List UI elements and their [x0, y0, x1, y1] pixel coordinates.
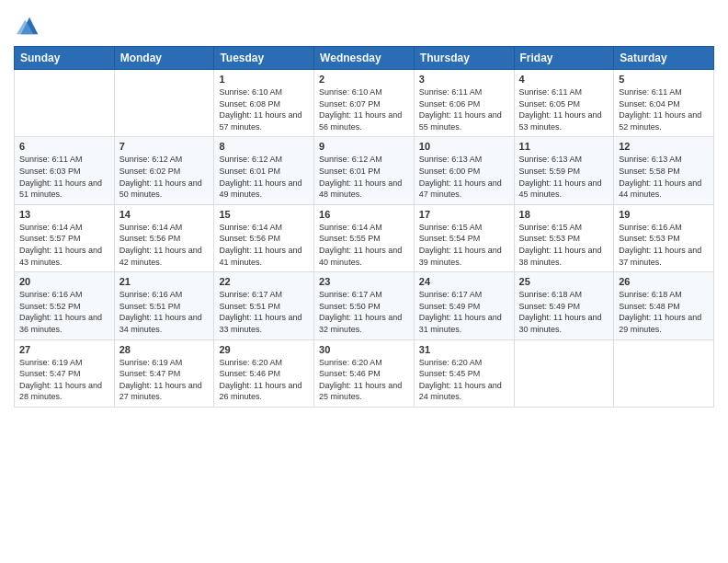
calendar-cell: 30Sunrise: 6:20 AMSunset: 5:46 PMDayligh… [314, 339, 415, 407]
calendar-cell: 8Sunrise: 6:12 AMSunset: 6:01 PMDaylight… [214, 137, 314, 204]
day-number: 27 [19, 344, 109, 355]
calendar-cell: 12Sunrise: 6:13 AMSunset: 5:58 PMDayligh… [614, 137, 714, 204]
calendar: SundayMondayTuesdayWednesdayThursdayFrid… [14, 46, 714, 408]
day-info: Sunrise: 6:18 AMSunset: 5:48 PMDaylight:… [619, 289, 709, 335]
day-info: Sunrise: 6:15 AMSunset: 5:54 PMDaylight:… [419, 222, 509, 268]
calendar-cell: 23Sunrise: 6:17 AMSunset: 5:50 PMDayligh… [314, 272, 415, 339]
day-info: Sunrise: 6:12 AMSunset: 6:01 PMDaylight:… [319, 154, 409, 200]
weekday-header-tuesday: Tuesday [214, 47, 314, 70]
day-info: Sunrise: 6:20 AMSunset: 5:46 PMDaylight:… [319, 357, 409, 403]
calendar-cell: 21Sunrise: 6:16 AMSunset: 5:51 PMDayligh… [114, 272, 214, 339]
calendar-cell: 22Sunrise: 6:17 AMSunset: 5:51 PMDayligh… [214, 272, 314, 339]
day-info: Sunrise: 6:17 AMSunset: 5:49 PMDaylight:… [419, 289, 509, 335]
day-number: 31 [419, 344, 509, 355]
day-number: 20 [19, 276, 109, 287]
calendar-cell: 29Sunrise: 6:20 AMSunset: 5:46 PMDayligh… [214, 339, 314, 407]
day-info: Sunrise: 6:19 AMSunset: 5:47 PMDaylight:… [19, 357, 109, 403]
calendar-cell [514, 339, 614, 407]
day-info: Sunrise: 6:11 AMSunset: 6:06 PMDaylight:… [419, 86, 509, 132]
calendar-cell: 26Sunrise: 6:18 AMSunset: 5:48 PMDayligh… [614, 272, 714, 339]
day-number: 17 [419, 209, 509, 220]
week-row-3: 13Sunrise: 6:14 AMSunset: 5:57 PMDayligh… [15, 204, 714, 271]
day-info: Sunrise: 6:11 AMSunset: 6:03 PMDaylight:… [19, 154, 109, 200]
day-number: 5 [619, 74, 709, 85]
day-number: 6 [19, 141, 109, 152]
calendar-cell: 5Sunrise: 6:11 AMSunset: 6:04 PMDaylight… [614, 70, 714, 137]
calendar-cell: 11Sunrise: 6:13 AMSunset: 5:59 PMDayligh… [514, 137, 614, 204]
calendar-cell: 15Sunrise: 6:14 AMSunset: 5:56 PMDayligh… [214, 204, 314, 271]
day-number: 25 [519, 276, 609, 287]
week-row-4: 20Sunrise: 6:16 AMSunset: 5:52 PMDayligh… [15, 272, 714, 339]
week-row-2: 6Sunrise: 6:11 AMSunset: 6:03 PMDaylight… [15, 137, 714, 204]
day-info: Sunrise: 6:19 AMSunset: 5:47 PMDaylight:… [119, 357, 210, 403]
day-info: Sunrise: 6:16 AMSunset: 5:52 PMDaylight:… [19, 289, 109, 335]
calendar-cell: 1Sunrise: 6:10 AMSunset: 6:08 PMDaylight… [214, 70, 314, 137]
calendar-cell: 27Sunrise: 6:19 AMSunset: 5:47 PMDayligh… [15, 339, 115, 407]
day-number: 16 [319, 209, 409, 220]
calendar-cell: 19Sunrise: 6:16 AMSunset: 5:53 PMDayligh… [614, 204, 714, 271]
day-number: 29 [219, 344, 309, 355]
day-info: Sunrise: 6:10 AMSunset: 6:08 PMDaylight:… [219, 86, 309, 132]
header [14, 9, 714, 39]
day-number: 1 [219, 74, 309, 85]
week-row-5: 27Sunrise: 6:19 AMSunset: 5:47 PMDayligh… [15, 339, 714, 407]
calendar-cell: 20Sunrise: 6:16 AMSunset: 5:52 PMDayligh… [15, 272, 115, 339]
day-info: Sunrise: 6:12 AMSunset: 6:01 PMDaylight:… [219, 154, 309, 200]
day-info: Sunrise: 6:16 AMSunset: 5:51 PMDaylight:… [119, 289, 210, 335]
day-number: 24 [419, 276, 509, 287]
day-info: Sunrise: 6:11 AMSunset: 6:04 PMDaylight:… [619, 86, 709, 132]
calendar-cell: 2Sunrise: 6:10 AMSunset: 6:07 PMDaylight… [314, 70, 415, 137]
day-number: 26 [619, 276, 709, 287]
calendar-cell [614, 339, 714, 407]
day-number: 23 [319, 276, 409, 287]
day-info: Sunrise: 6:14 AMSunset: 5:57 PMDaylight:… [19, 222, 109, 268]
day-info: Sunrise: 6:14 AMSunset: 5:56 PMDaylight:… [219, 222, 309, 268]
weekday-header-saturday: Saturday [614, 47, 714, 70]
logo [14, 13, 42, 39]
day-info: Sunrise: 6:17 AMSunset: 5:51 PMDaylight:… [219, 289, 309, 335]
day-number: 30 [319, 344, 409, 355]
day-info: Sunrise: 6:14 AMSunset: 5:56 PMDaylight:… [119, 222, 210, 268]
day-number: 8 [219, 141, 309, 152]
calendar-cell: 18Sunrise: 6:15 AMSunset: 5:53 PMDayligh… [514, 204, 614, 271]
calendar-cell: 13Sunrise: 6:14 AMSunset: 5:57 PMDayligh… [15, 204, 115, 271]
day-info: Sunrise: 6:12 AMSunset: 6:02 PMDaylight:… [119, 154, 210, 200]
calendar-cell: 16Sunrise: 6:14 AMSunset: 5:55 PMDayligh… [314, 204, 415, 271]
day-info: Sunrise: 6:13 AMSunset: 5:58 PMDaylight:… [619, 154, 709, 200]
weekday-header-thursday: Thursday [414, 47, 514, 70]
calendar-cell: 31Sunrise: 6:20 AMSunset: 5:45 PMDayligh… [414, 339, 514, 407]
page: SundayMondayTuesdayWednesdayThursdayFrid… [0, 0, 728, 563]
day-info: Sunrise: 6:13 AMSunset: 5:59 PMDaylight:… [519, 154, 609, 200]
day-info: Sunrise: 6:13 AMSunset: 6:00 PMDaylight:… [419, 154, 509, 200]
day-number: 15 [219, 209, 309, 220]
calendar-cell: 24Sunrise: 6:17 AMSunset: 5:49 PMDayligh… [414, 272, 514, 339]
calendar-cell [114, 70, 214, 137]
day-number: 22 [219, 276, 309, 287]
day-info: Sunrise: 6:14 AMSunset: 5:55 PMDaylight:… [319, 222, 409, 268]
weekday-header-friday: Friday [514, 47, 614, 70]
calendar-cell: 7Sunrise: 6:12 AMSunset: 6:02 PMDaylight… [114, 137, 214, 204]
day-info: Sunrise: 6:17 AMSunset: 5:50 PMDaylight:… [319, 289, 409, 335]
day-info: Sunrise: 6:15 AMSunset: 5:53 PMDaylight:… [519, 222, 609, 268]
calendar-cell: 4Sunrise: 6:11 AMSunset: 6:05 PMDaylight… [514, 70, 614, 137]
day-info: Sunrise: 6:20 AMSunset: 5:46 PMDaylight:… [219, 357, 309, 403]
day-info: Sunrise: 6:16 AMSunset: 5:53 PMDaylight:… [619, 222, 709, 268]
weekday-header-monday: Monday [114, 47, 214, 70]
logo-icon [17, 13, 42, 39]
day-number: 28 [119, 344, 210, 355]
day-number: 3 [419, 74, 509, 85]
day-number: 19 [619, 209, 709, 220]
weekday-header-sunday: Sunday [15, 47, 115, 70]
day-info: Sunrise: 6:10 AMSunset: 6:07 PMDaylight:… [319, 86, 409, 132]
calendar-cell: 3Sunrise: 6:11 AMSunset: 6:06 PMDaylight… [414, 70, 514, 137]
day-number: 13 [19, 209, 109, 220]
calendar-cell: 9Sunrise: 6:12 AMSunset: 6:01 PMDaylight… [314, 137, 415, 204]
week-row-1: 1Sunrise: 6:10 AMSunset: 6:08 PMDaylight… [15, 70, 714, 137]
day-number: 14 [119, 209, 210, 220]
calendar-cell: 10Sunrise: 6:13 AMSunset: 6:00 PMDayligh… [414, 137, 514, 204]
day-number: 21 [119, 276, 210, 287]
calendar-cell [15, 70, 115, 137]
calendar-cell: 6Sunrise: 6:11 AMSunset: 6:03 PMDaylight… [15, 137, 115, 204]
day-info: Sunrise: 6:11 AMSunset: 6:05 PMDaylight:… [519, 86, 609, 132]
calendar-cell: 28Sunrise: 6:19 AMSunset: 5:47 PMDayligh… [114, 339, 214, 407]
